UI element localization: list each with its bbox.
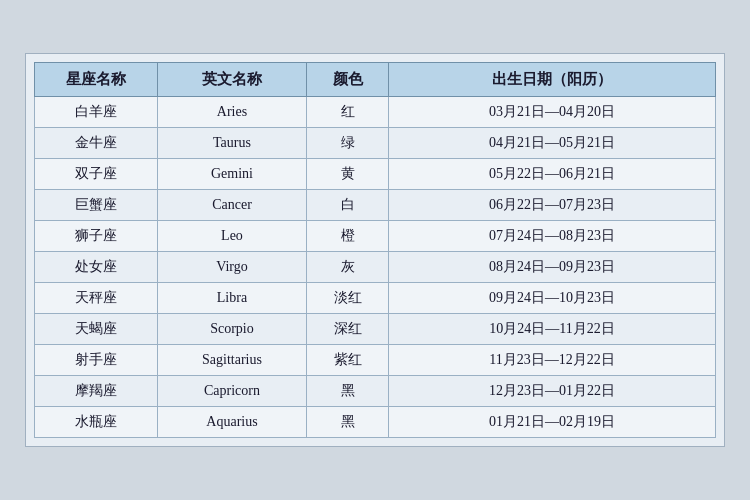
cell-chinese: 水瓶座	[35, 407, 158, 438]
table-row: 处女座Virgo灰08月24日—09月23日	[35, 252, 716, 283]
table-header-row: 星座名称 英文名称 颜色 出生日期（阳历）	[35, 63, 716, 97]
cell-date: 10月24日—11月22日	[389, 314, 716, 345]
cell-color: 深红	[307, 314, 389, 345]
cell-chinese: 双子座	[35, 159, 158, 190]
cell-chinese: 天蝎座	[35, 314, 158, 345]
zodiac-table: 星座名称 英文名称 颜色 出生日期（阳历） 白羊座Aries红03月21日—04…	[34, 62, 716, 438]
cell-chinese: 射手座	[35, 345, 158, 376]
cell-english: Sagittarius	[157, 345, 307, 376]
cell-date: 11月23日—12月22日	[389, 345, 716, 376]
cell-english: Cancer	[157, 190, 307, 221]
table-row: 巨蟹座Cancer白06月22日—07月23日	[35, 190, 716, 221]
cell-english: Virgo	[157, 252, 307, 283]
cell-english: Taurus	[157, 128, 307, 159]
cell-color: 紫红	[307, 345, 389, 376]
cell-date: 01月21日—02月19日	[389, 407, 716, 438]
cell-english: Aquarius	[157, 407, 307, 438]
table-row: 水瓶座Aquarius黑01月21日—02月19日	[35, 407, 716, 438]
cell-chinese: 白羊座	[35, 97, 158, 128]
cell-chinese: 巨蟹座	[35, 190, 158, 221]
cell-english: Gemini	[157, 159, 307, 190]
cell-english: Aries	[157, 97, 307, 128]
header-english: 英文名称	[157, 63, 307, 97]
cell-chinese: 狮子座	[35, 221, 158, 252]
cell-english: Leo	[157, 221, 307, 252]
cell-chinese: 处女座	[35, 252, 158, 283]
table-body: 白羊座Aries红03月21日—04月20日金牛座Taurus绿04月21日—0…	[35, 97, 716, 438]
header-date: 出生日期（阳历）	[389, 63, 716, 97]
cell-date: 05月22日—06月21日	[389, 159, 716, 190]
table-row: 射手座Sagittarius紫红11月23日—12月22日	[35, 345, 716, 376]
cell-color: 灰	[307, 252, 389, 283]
table-row: 天蝎座Scorpio深红10月24日—11月22日	[35, 314, 716, 345]
cell-english: Libra	[157, 283, 307, 314]
cell-chinese: 天秤座	[35, 283, 158, 314]
table-row: 天秤座Libra淡红09月24日—10月23日	[35, 283, 716, 314]
cell-chinese: 摩羯座	[35, 376, 158, 407]
cell-color: 红	[307, 97, 389, 128]
cell-color: 黑	[307, 376, 389, 407]
header-color: 颜色	[307, 63, 389, 97]
zodiac-table-container: 星座名称 英文名称 颜色 出生日期（阳历） 白羊座Aries红03月21日—04…	[25, 53, 725, 447]
cell-english: Capricorn	[157, 376, 307, 407]
cell-color: 黄	[307, 159, 389, 190]
cell-color: 黑	[307, 407, 389, 438]
cell-date: 06月22日—07月23日	[389, 190, 716, 221]
table-row: 双子座Gemini黄05月22日—06月21日	[35, 159, 716, 190]
cell-color: 绿	[307, 128, 389, 159]
cell-english: Scorpio	[157, 314, 307, 345]
table-row: 白羊座Aries红03月21日—04月20日	[35, 97, 716, 128]
cell-color: 淡红	[307, 283, 389, 314]
cell-date: 07月24日—08月23日	[389, 221, 716, 252]
cell-chinese: 金牛座	[35, 128, 158, 159]
cell-color: 白	[307, 190, 389, 221]
cell-date: 04月21日—05月21日	[389, 128, 716, 159]
cell-color: 橙	[307, 221, 389, 252]
cell-date: 03月21日—04月20日	[389, 97, 716, 128]
table-row: 金牛座Taurus绿04月21日—05月21日	[35, 128, 716, 159]
cell-date: 08月24日—09月23日	[389, 252, 716, 283]
table-row: 狮子座Leo橙07月24日—08月23日	[35, 221, 716, 252]
header-chinese: 星座名称	[35, 63, 158, 97]
table-row: 摩羯座Capricorn黑12月23日—01月22日	[35, 376, 716, 407]
cell-date: 12月23日—01月22日	[389, 376, 716, 407]
cell-date: 09月24日—10月23日	[389, 283, 716, 314]
